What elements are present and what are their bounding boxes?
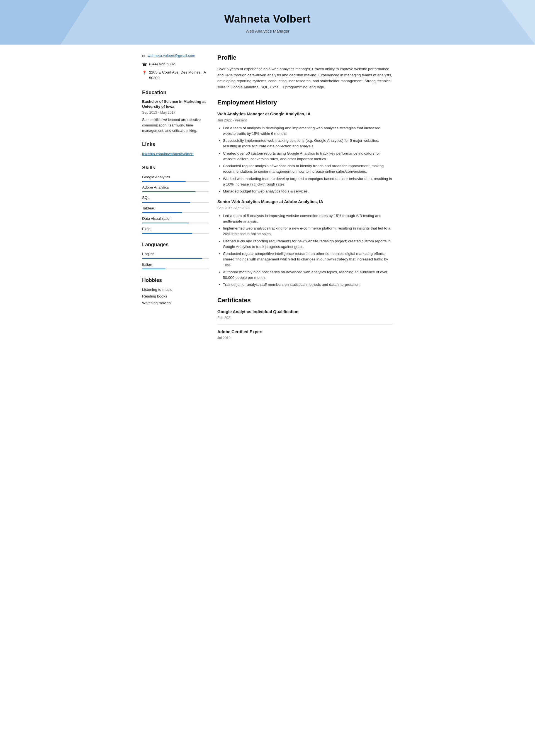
skill-bar-background — [142, 233, 209, 234]
job-bullet: Led a team of analysts in developing and… — [223, 125, 393, 137]
language-bar-fill — [142, 258, 202, 259]
languages-list: English Italian — [142, 251, 209, 269]
job-bullet: Implemented web analytics tracking for a… — [223, 226, 393, 237]
skill-item: Excel — [142, 226, 209, 234]
education-title: Education — [142, 89, 209, 96]
job-bullet: Successfully implemented web tracking so… — [223, 138, 393, 149]
jobs-list: Web Analytics Manager at Google Analytic… — [217, 111, 393, 287]
job-bullet: Conducted regular analysis of website da… — [223, 163, 393, 175]
job-item: Web Analytics Manager at Google Analytic… — [217, 111, 393, 194]
resume-header: Wahneta Volbert Web Analytics Manager — [0, 0, 535, 44]
address-text: 2205 E Court Ave, Des Moines, IA 50309 — [149, 69, 209, 81]
linkedin-link[interactable]: linkedin.com/in/wahnetavolbert — [142, 152, 194, 156]
skill-name: Data visualization — [142, 216, 209, 222]
skill-name: Excel — [142, 226, 209, 232]
language-item: Italian — [142, 262, 209, 269]
phone-number: (344) 623-6882 — [149, 61, 175, 67]
job-bullet: Authored monthly blog post series on adv… — [223, 269, 393, 281]
hobby-item: Reading books — [142, 294, 209, 299]
job-bullets: Led a team of 5 analysts in improving we… — [217, 213, 393, 288]
job-bullet: Created over 50 custom reports using Goo… — [223, 151, 393, 162]
job-bullet: Trained junior analyst staff members on … — [223, 282, 393, 287]
skill-item: Adobe Analytics — [142, 185, 209, 192]
skill-bar-fill — [142, 223, 189, 223]
cert-title: Google Analytics Individual Qualificatio… — [217, 309, 393, 315]
skill-item: SQL — [142, 195, 209, 202]
language-bar-fill — [142, 269, 165, 269]
skill-item: Google Analytics — [142, 175, 209, 182]
skill-name: Adobe Analytics — [142, 185, 209, 190]
job-bullet: Conducted regular competitive intelligen… — [223, 251, 393, 268]
email-icon: ✉ — [142, 53, 146, 59]
employment-section: Employment History Web Analytics Manager… — [217, 98, 393, 287]
skill-item: Tableau — [142, 205, 209, 213]
cert-date: Jul 2019 — [217, 336, 393, 341]
links-title: Links — [142, 141, 209, 148]
contact-section: ✉ wahneta.volbert@gmail.com ☎ (344) 623-… — [142, 53, 209, 81]
address-item: 📍 2205 E Court Ave, Des Moines, IA 50309 — [142, 69, 209, 81]
skill-name: Google Analytics — [142, 175, 209, 180]
certificates-section: Certificates Google Analytics Individual… — [217, 296, 393, 341]
skill-bar-fill — [142, 181, 185, 182]
language-name: English — [142, 251, 209, 257]
job-date: Jun 2022 - Present — [217, 118, 393, 123]
skill-bar-fill — [142, 233, 192, 234]
hobby-item: Listening to music — [142, 287, 209, 292]
job-bullet: Managed budget for web analytics tools &… — [223, 189, 393, 194]
hobby-item: Watching movies — [142, 300, 209, 306]
edu-description: Some skills I've learned are effective c… — [142, 117, 209, 133]
education-section: Education Bachelor of Science in Marketi… — [142, 89, 209, 133]
profile-title: Profile — [217, 53, 393, 62]
job-bullet: Worked with marketing team to develop ta… — [223, 176, 393, 187]
skill-bar-background — [142, 191, 209, 192]
skill-bar-background — [142, 223, 209, 223]
skill-bar-background — [142, 181, 209, 182]
skills-section: Skills Google Analytics Adobe Analytics … — [142, 164, 209, 234]
profile-text: Over 5 years of experience as a web anal… — [217, 66, 393, 90]
languages-title: Languages — [142, 241, 209, 249]
candidate-name: Wahneta Volbert — [6, 11, 529, 27]
skill-item: Data visualization — [142, 216, 209, 223]
edu-date: Sep 2013 - May 2017 — [142, 110, 209, 115]
phone-icon: ☎ — [142, 62, 147, 68]
job-bullet: Led a team of 5 analysts in improving we… — [223, 213, 393, 225]
job-bullets: Led a team of analysts in developing and… — [217, 125, 393, 194]
skill-name: SQL — [142, 195, 209, 201]
employment-title: Employment History — [217, 98, 393, 107]
job-title: Web Analytics Manager at Google Analytic… — [217, 111, 393, 117]
skill-bar-fill — [142, 202, 190, 203]
cert-item: Adobe Certified Expert Jul 2019 — [217, 329, 393, 341]
email-link[interactable]: wahneta.volbert@gmail.com — [148, 53, 195, 59]
skill-bar-fill — [142, 191, 196, 192]
skills-list: Google Analytics Adobe Analytics SQL Tab… — [142, 175, 209, 234]
languages-section: Languages English Italian — [142, 241, 209, 269]
language-item: English — [142, 251, 209, 259]
certificates-title: Certificates — [217, 296, 393, 305]
language-name: Italian — [142, 262, 209, 267]
profile-section: Profile Over 5 years of experience as a … — [217, 53, 393, 90]
hobbies-section: Hobbies Listening to musicReading booksW… — [142, 277, 209, 306]
main-layout: ✉ wahneta.volbert@gmail.com ☎ (344) 623-… — [136, 44, 399, 357]
skill-bar-background — [142, 212, 209, 213]
links-section: Links linkedin.com/in/wahnetavolbert — [142, 141, 209, 157]
phone-item: ☎ (344) 623-6882 — [142, 61, 209, 68]
language-bar-background — [142, 258, 209, 259]
cert-item: Google Analytics Individual Qualificatio… — [217, 309, 393, 321]
hobbies-title: Hobbies — [142, 277, 209, 284]
language-bar-background — [142, 269, 209, 269]
certs-list: Google Analytics Individual Qualificatio… — [217, 309, 393, 341]
email-item: ✉ wahneta.volbert@gmail.com — [142, 53, 209, 59]
skill-bar-fill — [142, 212, 182, 213]
cert-title: Adobe Certified Expert — [217, 329, 393, 335]
job-date: Sep 2017 - Apr 2022 — [217, 205, 393, 211]
location-icon: 📍 — [142, 70, 147, 76]
edu-degree: Bachelor of Science in Marketing at Univ… — [142, 99, 209, 110]
right-column: Profile Over 5 years of experience as a … — [217, 53, 393, 348]
job-title: Senior Web Analytics Manager at Adobe An… — [217, 199, 393, 205]
candidate-title: Web Analytics Manager — [6, 28, 529, 35]
left-column: ✉ wahneta.volbert@gmail.com ☎ (344) 623-… — [142, 53, 209, 348]
hobbies-list: Listening to musicReading booksWatching … — [142, 287, 209, 306]
skill-name: Tableau — [142, 205, 209, 211]
cert-date: Feb 2021 — [217, 315, 393, 321]
job-item: Senior Web Analytics Manager at Adobe An… — [217, 199, 393, 287]
